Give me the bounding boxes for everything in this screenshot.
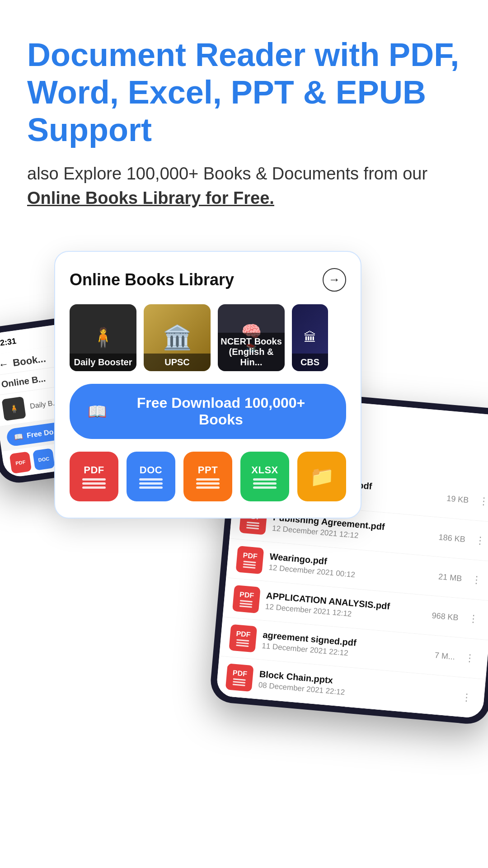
download-button[interactable]: 📖 Free Download 100,000+ Books — [70, 384, 346, 439]
format-icons-row: PDF DOC PPT — [70, 452, 346, 501]
thumb-person-icon: 🧍 — [8, 403, 19, 414]
folder-icon: 📁 — [310, 465, 334, 488]
main-title: Document Reader with PDF, Word, Excel, P… — [27, 36, 461, 148]
file-pdf-icon-6: PDF — [225, 663, 254, 692]
subtitle-part1: also Explore 100,000+ Books & Documents … — [27, 164, 427, 183]
file-more-4[interactable]: ⋮ — [464, 610, 483, 627]
file-info-5: agreement signed.pdf 11 December 2021 22… — [262, 630, 414, 664]
doc-lines — [139, 478, 163, 489]
top-section: Document Reader with PDF, Word, Excel, P… — [0, 0, 488, 228]
ppt-format-icon[interactable]: PPT — [183, 452, 232, 501]
file-pdf-icon-3: PDF — [236, 546, 264, 574]
file-size-5: 7 M... — [418, 649, 455, 661]
file-more-6[interactable]: ⋮ — [457, 689, 476, 706]
pdf-lines — [82, 478, 106, 489]
download-button-label: Free Download 100,000+ Books — [114, 395, 328, 428]
card-title: Online Books Library — [70, 270, 234, 289]
file-size-1: 19 KB — [432, 492, 469, 505]
file-size-4: 968 KB — [422, 610, 459, 623]
cbs-icon: 🏛 — [304, 330, 316, 345]
book-icon-small: 📖 — [14, 432, 23, 442]
back-phone-time: 12:31 — [0, 336, 17, 348]
back-arrow-icon[interactable]: ← — [0, 358, 9, 371]
subtitle: also Explore 100,000+ Books & Documents … — [27, 162, 461, 210]
file-more-2[interactable]: ⋮ — [471, 532, 488, 549]
folder-format-icon[interactable]: 📁 — [297, 452, 346, 501]
back-phone-doc-icon[interactable]: DOC — [33, 448, 55, 471]
library-card: Online Books Library → 🧍 Daily Booster 🏛… — [54, 251, 361, 519]
stick-figure-icon: 🧍 — [91, 328, 115, 347]
book-ncert[interactable]: 🧠 📚 NCERT Books (English & Hin... — [218, 304, 285, 371]
file-info-3: Wearingo.pdf 12 December 2021 00:12 — [268, 551, 421, 585]
file-size-3: 21 MB — [426, 571, 463, 583]
file-more-3[interactable]: ⋮ — [468, 571, 486, 588]
book-upsc-label: UPSC — [144, 354, 211, 371]
xlsx-format-icon[interactable]: XLSX — [240, 452, 289, 501]
xlsx-label: XLSX — [251, 464, 278, 476]
flag-icon: 🏛️ — [163, 324, 192, 351]
file-more-5[interactable]: ⋮ — [460, 650, 479, 666]
back-phone-pdf-icon[interactable]: PDF — [9, 451, 32, 474]
pdf-label: PDF — [84, 464, 104, 476]
file-size-2: 186 KB — [429, 531, 466, 544]
back-phone-doc-label: DOC — [38, 456, 50, 462]
book-cbs[interactable]: 🏛 CBS — [292, 304, 328, 371]
file-size-6 — [416, 693, 452, 696]
file-info-6: Block Chain.pptx 08 December 2021 22:12 — [258, 669, 410, 703]
subtitle-bold: Online Books Library for Free. — [27, 189, 274, 208]
book-ncert-label: NCERT Books (English & Hin... — [218, 333, 285, 371]
back-phone-thumb: 🧍 — [2, 396, 26, 421]
doc-label: DOC — [140, 464, 162, 476]
xlsx-lines — [253, 478, 277, 489]
book-download-icon: 📖 — [88, 402, 107, 420]
ppt-label: PPT — [198, 464, 218, 476]
card-arrow-button[interactable]: → — [323, 268, 346, 292]
book-daily-booster-label: Daily Booster — [70, 354, 136, 371]
book-cbs-label: CBS — [292, 354, 328, 371]
books-row: 🧍 Daily Booster 🏛️ UPSC 🧠 📚 NCERT Books … — [70, 304, 346, 371]
book-daily-booster[interactable]: 🧍 Daily Booster — [70, 304, 136, 371]
phones-area: Online Books Library → 🧍 Daily Booster 🏛… — [0, 237, 488, 825]
back-phone-pdf-label: PDF — [15, 459, 26, 466]
card-header: Online Books Library → — [70, 268, 346, 292]
back-phone-nav-title: Book... — [12, 353, 47, 369]
book-upsc[interactable]: 🏛️ UPSC — [144, 304, 211, 371]
ppt-lines — [196, 478, 220, 489]
file-pdf-icon-5: PDF — [229, 624, 257, 652]
file-pdf-icon-4: PDF — [232, 585, 261, 613]
file-info-4: APPLICATION ANALYSIS.pdf 12 December 202… — [265, 590, 417, 624]
file-more-1[interactable]: ⋮ — [474, 493, 488, 509]
doc-format-icon[interactable]: DOC — [127, 452, 175, 501]
pdf-format-icon[interactable]: PDF — [70, 452, 118, 501]
